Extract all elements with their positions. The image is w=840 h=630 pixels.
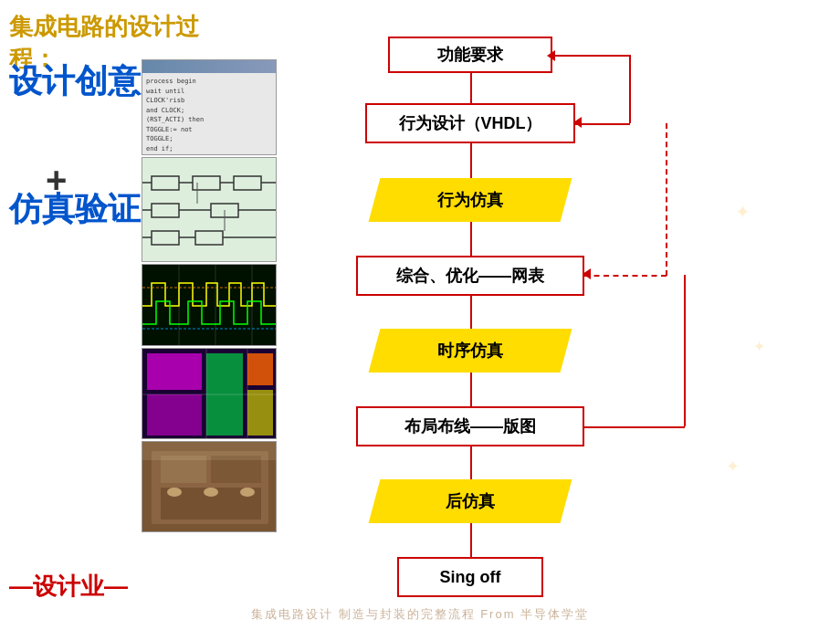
svg-rect-26 — [147, 353, 202, 390]
post-sim-node: 后仿真 — [369, 479, 572, 523]
svg-rect-12 — [152, 231, 179, 245]
layout-node: 布局布线——版图 — [356, 406, 584, 446]
chip-layout — [142, 348, 277, 439]
func-req-node: 功能要求 — [388, 37, 552, 73]
arrow-7 — [470, 523, 472, 558]
svg-rect-0 — [152, 176, 179, 190]
circuit-svg — [142, 158, 277, 262]
circuit-diagram — [142, 157, 277, 262]
code-text: process begin wait until CLOCK'risb and … — [146, 77, 204, 155]
svg-point-42 — [240, 488, 255, 497]
design-creativity-label: 设计创意 — [9, 59, 141, 104]
photo-svg — [142, 442, 277, 532]
svg-rect-29 — [247, 353, 273, 385]
sim-verify-label: 仿真验证 — [9, 187, 141, 232]
arrow-6 — [470, 446, 472, 481]
behavioral-sim-node: 行为仿真 — [369, 178, 572, 222]
svg-rect-27 — [147, 394, 202, 436]
image-stack: process begin wait until CLOCK'risb and … — [142, 59, 278, 534]
behavioral-design-node: 行为设计（VHDL） — [365, 103, 575, 143]
feedback-v-1 — [629, 55, 631, 123]
feedback-arrow-1 — [554, 55, 630, 57]
arrow-3 — [470, 222, 472, 257]
watermark-star-2: ✦ — [753, 338, 765, 355]
feedback-arrowhead-2 — [583, 268, 591, 279]
sing-off-node: Sing off — [397, 557, 543, 597]
svg-point-41 — [204, 488, 218, 497]
feedback-h-1 — [575, 123, 630, 125]
dashed-arrowhead-1 — [573, 117, 582, 128]
bg-watermark-text: 集成电路设计 制造与封装的完整流程 From 半导体学堂 — [0, 606, 840, 623]
synthesis-node: 综合、优化——网表 — [356, 256, 584, 296]
arrow-2 — [470, 143, 472, 180]
dashed-h-1 — [584, 275, 667, 277]
svg-rect-43 — [142, 442, 277, 460]
left-panel: 集成电路的设计过程： 设计创意 + 仿真验证 —设计业— process beg… — [0, 0, 237, 630]
arrow-1 — [470, 71, 472, 104]
chip-photo — [142, 441, 277, 532]
waveform-svg — [142, 265, 277, 346]
svg-rect-7 — [152, 204, 179, 217]
svg-rect-19 — [142, 265, 277, 346]
code-screenshot: process begin wait until CLOCK'risb and … — [142, 59, 277, 155]
dashed-v-1 — [666, 123, 667, 276]
layout-svg — [142, 349, 277, 439]
svg-rect-5 — [234, 176, 261, 190]
bottom-label: —设计业— — [9, 571, 128, 603]
timing-sim-node: 时序仿真 — [369, 329, 572, 373]
watermark-star-1: ✦ — [735, 201, 751, 223]
arrow-5 — [470, 373, 472, 407]
watermark-star-3: ✦ — [726, 457, 740, 477]
feedback-v-2 — [684, 275, 686, 426]
feedback-h-2 — [584, 426, 685, 428]
svg-rect-15 — [195, 231, 223, 245]
flowchart: 功能要求 行为设计（VHDL） 行为仿真 综合、优化——网表 时序仿真 布局布线… — [288, 18, 817, 612]
arrow-4 — [470, 296, 472, 331]
waveform-display — [142, 264, 277, 346]
svg-point-40 — [167, 488, 182, 497]
svg-rect-30 — [247, 390, 273, 436]
